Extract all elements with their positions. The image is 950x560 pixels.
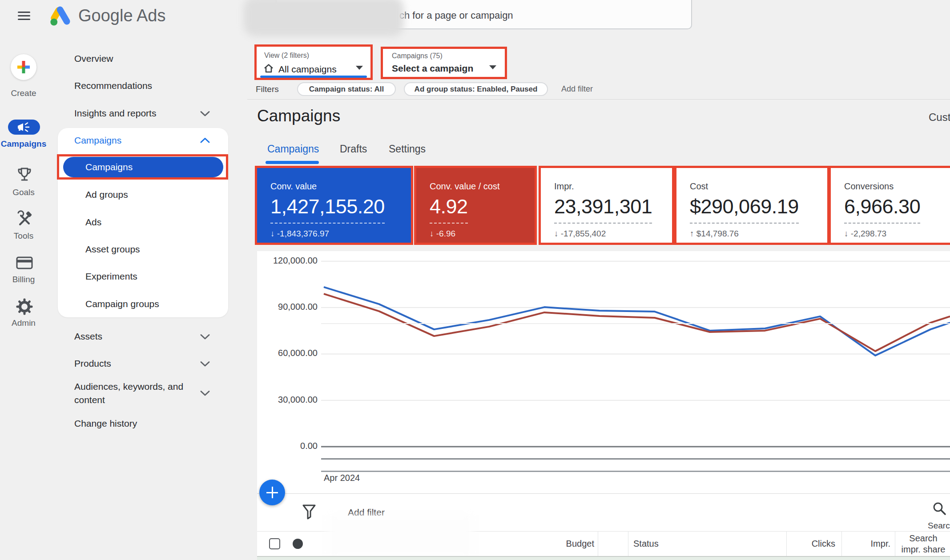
chart-extra-gridline [321, 323, 950, 324]
column-header-budget[interactable]: Budget [525, 539, 594, 549]
column-separator [841, 532, 842, 556]
performance-chart [0, 0, 950, 560]
section-divider-1 [257, 493, 950, 494]
column-separator [628, 532, 628, 556]
table-search-label[interactable]: Searc [928, 521, 950, 531]
select-all-checkbox[interactable] [269, 538, 280, 549]
blur-patch-table [327, 515, 474, 557]
column-header-search-share[interactable]: Search impr. share [899, 533, 947, 555]
search-icon[interactable] [932, 501, 947, 516]
status-dot-icon[interactable] [293, 539, 303, 549]
column-header-impr[interactable]: Impr. [844, 539, 890, 549]
chart-zero-line-3 [321, 471, 950, 472]
google-ads-app: Google Ads ch for a page or campaign Cre… [0, 0, 950, 560]
column-separator [786, 532, 787, 556]
chart-zero-line-2 [321, 458, 950, 460]
x-axis-label: Apr 2024 [324, 473, 360, 483]
fab-plus-icon-v [272, 487, 273, 498]
column-separator [598, 532, 598, 556]
column-header-status[interactable]: Status [633, 539, 659, 549]
column-header-clicks[interactable]: Clicks [781, 539, 835, 549]
table-first-row [257, 557, 950, 560]
column-separator [895, 532, 895, 556]
filter-funnel-icon[interactable] [302, 504, 317, 521]
